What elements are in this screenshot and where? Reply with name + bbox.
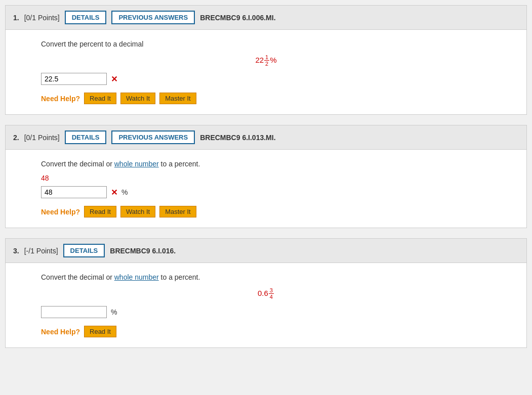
question-number-1: 1. <box>13 14 19 22</box>
need-help-label-3: Need Help? <box>41 328 80 336</box>
details-button-1[interactable]: DETAILS <box>65 11 107 24</box>
question-header-2: 2. [0/1 Points] DETAILS PREVIOUS ANSWERS… <box>6 125 526 150</box>
percent-label-3: % <box>111 308 117 316</box>
question-number-2: 2. <box>13 134 19 142</box>
watch-it-button-1[interactable]: Watch It <box>120 93 155 104</box>
points-label-1: [0/1 Points] <box>24 14 60 22</box>
answer-input-2[interactable] <box>41 186 107 198</box>
problem-id-3: BRECMBC9 6.I.016. <box>110 247 176 255</box>
need-help-label-2: Need Help? <box>41 208 80 216</box>
master-it-button-1[interactable]: Master It <box>159 93 196 104</box>
question-header-3: 3. [-/1 Points] DETAILS BRECMBC9 6.I.016… <box>6 239 526 263</box>
prev-answers-button-1[interactable]: PREVIOUS ANSWERS <box>111 11 195 24</box>
page-container: 1. [0/1 Points] DETAILS PREVIOUS ANSWERS… <box>0 0 532 363</box>
question-block-3: 3. [-/1 Points] DETAILS BRECMBC9 6.I.016… <box>5 238 527 348</box>
answer-input-1[interactable] <box>41 73 107 85</box>
details-button-2[interactable]: DETAILS <box>65 130 107 144</box>
answer-input-3[interactable] <box>41 306 107 318</box>
need-help-label-1: Need Help? <box>41 95 80 103</box>
question-text-3: Convert the decimal or whole number to a… <box>41 273 491 281</box>
problem-id-2: BRECMBC9 6.I.013.MI. <box>200 134 275 142</box>
question-number-3: 3. <box>13 247 19 255</box>
math-expression-3: 0.634 <box>41 287 491 300</box>
answer-row-3: % <box>41 306 491 318</box>
details-button-3[interactable]: DETAILS <box>63 244 105 257</box>
watch-it-button-2[interactable]: Watch It <box>120 206 155 217</box>
answer-row-1: ✕ <box>41 73 491 85</box>
need-help-row-3: Need Help? Read It <box>41 326 491 337</box>
answer-row-2: ✕ % <box>41 186 491 198</box>
wrong-icon-2: ✕ <box>111 188 117 197</box>
read-it-button-2[interactable]: Read It <box>84 206 116 217</box>
prev-answers-button-2[interactable]: PREVIOUS ANSWERS <box>111 130 195 144</box>
wrong-icon-1: ✕ <box>111 74 117 84</box>
question-body-1: Convert the percent to a decimal 2212% ✕… <box>6 30 526 114</box>
read-it-button-1[interactable]: Read It <box>84 93 116 104</box>
need-help-row-1: Need Help? Read It Watch It Master It <box>41 93 491 104</box>
question-body-3: Convert the decimal or whole number to a… <box>6 263 526 347</box>
math-expression-1: 2212% <box>41 54 491 67</box>
need-help-row-2: Need Help? Read It Watch It Master It <box>41 206 491 217</box>
question-text-1: Convert the percent to a decimal <box>41 40 491 48</box>
problem-id-1: BRECMBC9 6.I.006.MI. <box>200 14 275 22</box>
question-block-2: 2. [0/1 Points] DETAILS PREVIOUS ANSWERS… <box>5 125 527 228</box>
points-label-2: [0/1 Points] <box>24 134 60 142</box>
read-it-button-3[interactable]: Read It <box>84 326 116 337</box>
question-header-1: 1. [0/1 Points] DETAILS PREVIOUS ANSWERS… <box>6 6 526 30</box>
question-body-2: Convert the decimal or whole number to a… <box>6 150 526 228</box>
question-text-2: Convert the decimal or whole number to a… <box>41 160 491 168</box>
question-block-1: 1. [0/1 Points] DETAILS PREVIOUS ANSWERS… <box>5 5 527 115</box>
percent-label-2: % <box>121 188 128 196</box>
math-expression-2: 48 <box>41 174 491 182</box>
points-label-3: [-/1 Points] <box>24 247 58 255</box>
master-it-button-2[interactable]: Master It <box>159 206 196 217</box>
